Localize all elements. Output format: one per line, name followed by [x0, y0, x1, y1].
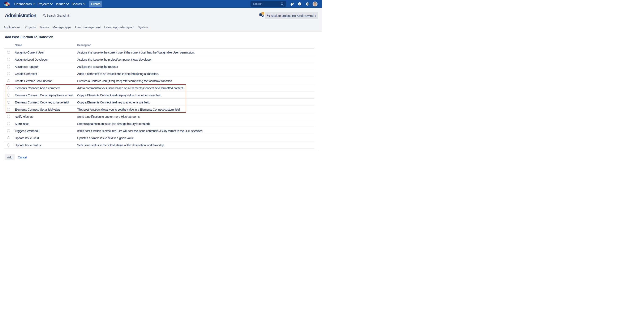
svg-text:?: ?: [299, 2, 300, 5]
svg-text:1: 1: [262, 12, 264, 14]
